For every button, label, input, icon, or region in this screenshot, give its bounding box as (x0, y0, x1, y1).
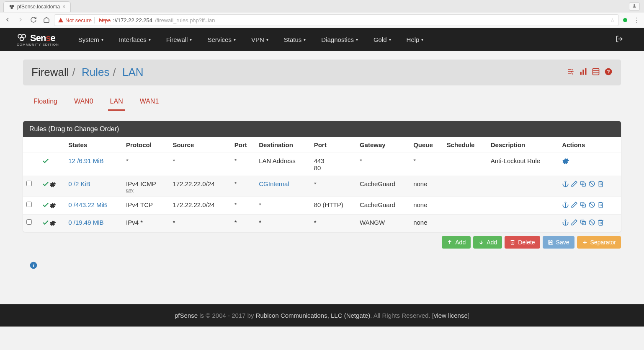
footer-license-link[interactable]: view license (434, 312, 468, 319)
logo[interactable]: Sense COMMUNITY EDITION (17, 33, 59, 47)
anchor-icon[interactable] (562, 180, 569, 189)
nav-item-help[interactable]: Help ▾ (400, 29, 430, 51)
footer: pfSense is © 2004 - 2017 by Rubicon Comm… (0, 304, 644, 327)
footer-company: Rubicon Communications, LLC (Netgate) (256, 312, 370, 319)
table-row[interactable]: 0 /443.22 MiBIPv4 TCP172.22.22.0/24**80 … (23, 197, 621, 215)
destination-cell: * (255, 197, 310, 215)
list-icon[interactable] (592, 67, 600, 77)
nav-item-gold[interactable]: Gold ▾ (367, 29, 398, 51)
help-icon[interactable]: ? (604, 67, 613, 77)
table-row[interactable]: 0 /2 KiBIPv4 ICMPany172.22.22.0/24*CGInt… (23, 176, 621, 197)
gateway-cell: * (356, 153, 410, 176)
trash-icon[interactable] (597, 180, 604, 189)
disable-icon[interactable] (588, 219, 595, 227)
settings-icon[interactable] (562, 159, 569, 166)
states-link[interactable]: 0 /19.49 MiB (68, 219, 103, 226)
tab-floating[interactable]: Floating (31, 93, 59, 111)
dport-cell: 44380 (311, 153, 356, 176)
column-header: Port (311, 137, 356, 153)
sport-cell: * (231, 215, 255, 232)
sport-cell: * (231, 153, 255, 176)
extension-icon[interactable] (623, 18, 627, 22)
browser-chrome: pfSense.localdoma × Not secure https://1… (0, 0, 644, 28)
separator-button[interactable]: Separator (577, 236, 621, 249)
trash-icon[interactable] (597, 219, 604, 227)
caret-down-icon: ▾ (421, 37, 423, 42)
home-icon[interactable] (43, 16, 50, 24)
save-button[interactable]: Save (543, 236, 574, 249)
svg-point-1 (12, 5, 14, 7)
browser-tab[interactable]: pfSense.localdoma × (3, 1, 71, 12)
footer-close: ] (468, 312, 469, 319)
url-path: /firewall_rules.php?if=lan (155, 17, 215, 23)
row-checkbox[interactable] (26, 202, 32, 207)
source-cell: * (169, 215, 231, 232)
states-link[interactable]: 0 /2 KiB (68, 180, 90, 187)
address-bar[interactable]: Not secure https://172.22.22.254/firewal… (54, 14, 619, 26)
browser-user-icon[interactable] (629, 3, 640, 10)
logout-icon[interactable] (611, 31, 627, 48)
nav-item-system[interactable]: System ▾ (72, 29, 110, 51)
anchor-icon[interactable] (562, 219, 569, 227)
dport-cell: 80 (HTTP) (311, 197, 356, 215)
disable-icon[interactable] (588, 180, 595, 189)
sport-cell: * (231, 176, 255, 197)
description-cell: Anti-Lockout Rule (487, 153, 559, 176)
anchor-icon[interactable] (562, 201, 569, 210)
row-checkbox[interactable] (26, 219, 32, 225)
edit-icon[interactable] (571, 201, 578, 210)
chart-icon[interactable] (579, 67, 587, 77)
copy-icon[interactable] (580, 201, 587, 210)
states-link[interactable]: 12 /6.91 MiB (68, 157, 103, 164)
breadcrumb-mid[interactable]: Rules (82, 66, 109, 78)
star-icon[interactable]: ☆ (610, 17, 615, 23)
destination-cell: * (255, 215, 310, 232)
sliders-icon[interactable] (567, 67, 575, 77)
info-icon[interactable]: i (23, 261, 621, 271)
delete-button[interactable]: Delete (505, 236, 540, 249)
breadcrumb-leaf[interactable]: LAN (122, 66, 144, 78)
trash-icon[interactable] (597, 201, 604, 210)
source-cell: 172.22.22.0/24 (169, 176, 231, 197)
nav-item-interfaces[interactable]: Interfaces ▾ (112, 29, 157, 51)
svg-point-13 (565, 181, 566, 182)
back-icon[interactable] (4, 16, 11, 24)
edit-icon[interactable] (571, 219, 578, 227)
copy-icon[interactable] (580, 219, 587, 227)
tab-wan1[interactable]: WAN1 (138, 93, 161, 111)
tab-lan[interactable]: LAN (108, 93, 125, 111)
disable-icon[interactable] (588, 201, 595, 210)
svg-point-4 (18, 34, 22, 38)
nav-item-diagnostics[interactable]: Diagnostics ▾ (314, 29, 365, 51)
nav-item-services[interactable]: Services ▾ (201, 29, 242, 51)
table-row[interactable]: 0 /19.49 MiBIPv4 *****WANGWnone (23, 215, 621, 232)
edit-icon[interactable] (571, 180, 578, 189)
table-row[interactable]: 12 /6.91 MiB***LAN Address44380**Anti-Lo… (23, 153, 621, 176)
schedule-cell (443, 176, 487, 197)
tab-close-icon[interactable]: × (62, 4, 65, 10)
add-top-button[interactable]: Add (442, 236, 471, 249)
row-checkbox[interactable] (26, 181, 32, 186)
caret-down-icon: ▾ (304, 37, 306, 42)
nav-item-status[interactable]: Status ▾ (277, 29, 313, 51)
source-cell: * (169, 153, 231, 176)
states-link[interactable]: 0 /443.22 MiB (68, 201, 107, 208)
menu-icon[interactable]: ⋮ (634, 16, 640, 24)
column-header: Source (169, 137, 231, 153)
pass-icon (42, 182, 49, 189)
nav-item-firewall[interactable]: Firewall ▾ (160, 29, 199, 51)
caret-down-icon: ▾ (190, 37, 192, 42)
reload-icon[interactable] (30, 16, 37, 24)
caret-down-icon: ▾ (266, 37, 268, 42)
dport-cell: * (311, 215, 356, 232)
tab-wan0[interactable]: WAN0 (72, 93, 95, 111)
column-header: Gateway (356, 137, 410, 153)
column-header: Actions (559, 137, 621, 153)
add-bottom-button[interactable]: Add (473, 236, 502, 249)
advanced-icon (49, 220, 56, 228)
svg-point-17 (565, 202, 566, 203)
copy-icon[interactable] (580, 180, 587, 189)
nav-item-vpn[interactable]: VPN ▾ (245, 29, 275, 51)
caret-down-icon: ▾ (356, 37, 358, 42)
destination-link[interactable]: CGInternal (259, 180, 289, 187)
